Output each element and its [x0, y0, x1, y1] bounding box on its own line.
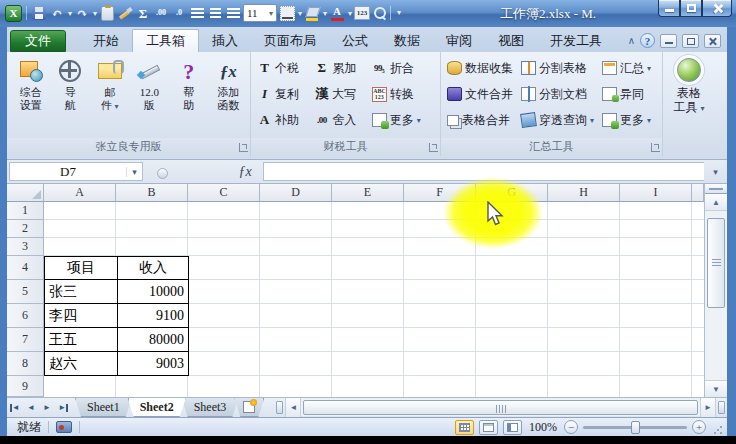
cell-a8[interactable]: 赵六 — [44, 352, 117, 376]
grid-cells-area[interactable] — [44, 202, 704, 256]
row-header-4[interactable]: 4 — [7, 256, 44, 280]
zoom-slider[interactable] — [583, 426, 687, 429]
column-header-a[interactable]: A — [44, 184, 116, 202]
column-header-d[interactable]: D — [260, 184, 332, 202]
drill-query-button[interactable]: 穿透查询▾ — [521, 112, 602, 129]
name-box[interactable]: D7 ▾ — [9, 162, 143, 181]
paste-values-button[interactable] — [99, 4, 115, 22]
column-header-b[interactable]: B — [116, 184, 188, 202]
row-header-7[interactable]: 7 — [7, 328, 44, 352]
sheet-tab-sheet3[interactable]: Sheet3 — [182, 398, 239, 417]
save-button[interactable] — [31, 4, 47, 22]
customize-qat-button[interactable]: ▾ — [390, 6, 406, 20]
cell-b4[interactable]: 收入 — [117, 256, 189, 280]
cell-a4[interactable]: 项目 — [44, 256, 117, 280]
scroll-right-button[interactable]: ► — [700, 398, 716, 417]
row-header-2[interactable]: 2 — [7, 220, 44, 238]
merge-tables-button[interactable]: 表格合并 — [447, 112, 521, 129]
split-document-button[interactable]: 分割文档 — [521, 86, 602, 103]
mail-button[interactable]: 邮 件 ▾ — [90, 56, 130, 113]
diff-button[interactable]: 异同 — [602, 86, 659, 103]
zoom-in-button[interactable]: + — [692, 420, 706, 434]
accumulate-button[interactable]: Σ累加 — [314, 60, 371, 77]
workbook-restore-button[interactable] — [682, 34, 699, 48]
worksheet-grid[interactable]: A B C D E F G H I 1 2 3 4 5 6 7 8 9 项目 — [7, 184, 704, 397]
align-center-button[interactable] — [207, 4, 223, 22]
data-collect-button[interactable]: 数据收集 — [447, 60, 521, 77]
income-tax-button[interactable]: T个税 — [257, 60, 314, 77]
round-button[interactable]: .00舍入 — [314, 112, 371, 129]
insert-worksheet-button[interactable] — [234, 398, 264, 417]
cell-b7[interactable]: 80000 — [117, 328, 189, 352]
font-size-dropdown-icon[interactable]: ▾ — [269, 9, 273, 18]
fill-color-button[interactable] — [304, 4, 320, 22]
tab-page-layout[interactable]: 页面布局 — [251, 29, 329, 52]
cell-a5[interactable]: 张三 — [44, 280, 117, 304]
column-header-i[interactable]: I — [620, 184, 692, 202]
horizontal-scroll-thumb[interactable] — [303, 400, 698, 415]
uppercase-button[interactable]: 漢大写 — [314, 85, 371, 103]
name-box-dropdown[interactable]: ▾ — [126, 167, 142, 177]
decrease-decimal-button[interactable]: .0 — [171, 4, 187, 22]
row-header-6[interactable]: 6 — [7, 304, 44, 328]
autosum-button[interactable]: Σ — [135, 4, 151, 22]
horizontal-scrollbar[interactable] — [301, 399, 700, 416]
version-button[interactable]: 12.0 版 — [130, 56, 170, 113]
previous-sheet-button[interactable]: ◄ — [23, 398, 39, 417]
tab-view[interactable]: 视图 — [485, 29, 537, 52]
scroll-left-button[interactable]: ◄ — [285, 398, 301, 417]
first-sheet-button[interactable]: ◄ — [7, 398, 23, 417]
borders-dropdown[interactable]: ▾ — [298, 9, 302, 18]
tab-review[interactable]: 审阅 — [433, 29, 485, 52]
column-header-partial[interactable] — [692, 184, 704, 202]
tab-insert[interactable]: 插入 — [199, 29, 251, 52]
vertical-scroll-thumb[interactable] — [707, 218, 725, 308]
undo-dropdown[interactable]: ▾ — [68, 9, 72, 18]
row-header-9[interactable]: 9 — [7, 376, 44, 397]
undo-button[interactable]: ↶ — [49, 4, 65, 22]
font-color-dropdown[interactable]: ▾ — [348, 9, 352, 18]
align-left-button[interactable] — [189, 4, 205, 22]
fill-color-dropdown[interactable]: ▾ — [323, 9, 327, 18]
row-header-3[interactable]: 3 — [7, 238, 44, 256]
subsidy-button[interactable]: A补助 — [257, 112, 314, 129]
zoom-out-button[interactable]: − — [564, 420, 578, 434]
row-header-8[interactable]: 8 — [7, 352, 44, 376]
column-header-e[interactable]: E — [332, 184, 404, 202]
column-header-h[interactable]: H — [548, 184, 620, 202]
minimize-button[interactable] — [658, 0, 680, 17]
increase-decimal-button[interactable]: .00 — [153, 4, 169, 22]
scroll-down-button[interactable]: ▼ — [705, 380, 727, 397]
normal-view-button[interactable] — [455, 420, 474, 435]
summarize-button[interactable]: 汇总▾ — [602, 60, 659, 77]
page-layout-view-button[interactable] — [479, 420, 498, 435]
convert-rate-button[interactable]: 99₅折合 — [372, 60, 436, 77]
column-header-c[interactable]: C — [188, 184, 260, 202]
more-summary-button[interactable]: 更多▾ — [602, 112, 659, 129]
dialog-launcher[interactable] — [651, 143, 660, 152]
redo-dropdown[interactable]: ▾ — [93, 9, 97, 18]
row-header-1[interactable]: 1 — [7, 202, 44, 220]
sheet-tab-sheet1[interactable]: Sheet1 — [75, 398, 132, 417]
cell-b5[interactable]: 10000 — [117, 280, 189, 304]
cell-a6[interactable]: 李四 — [44, 304, 117, 328]
split-handle[interactable] — [705, 184, 727, 194]
dialog-launcher[interactable] — [429, 143, 438, 152]
resize-grip[interactable] — [711, 423, 723, 435]
navigation-button[interactable]: 导 航 — [51, 56, 91, 113]
last-sheet-button[interactable]: ► — [55, 398, 71, 417]
font-size-combobox[interactable]: 11 ▾ — [243, 4, 277, 22]
number-format-button[interactable]: 123 — [354, 4, 370, 22]
zoom-slider-thumb[interactable] — [631, 421, 640, 434]
tab-split-handle[interactable] — [276, 401, 283, 414]
help-toolbox-button[interactable]: ? 帮 助 — [169, 56, 209, 113]
tab-home[interactable]: 开始 — [80, 29, 132, 52]
collapse-ribbon-button[interactable]: ∧ — [628, 35, 635, 46]
convert-button[interactable]: ABC123转换 — [372, 86, 436, 103]
tab-file[interactable]: 文件 — [10, 30, 66, 52]
merge-files-button[interactable]: 文件合并 — [447, 86, 521, 103]
compound-interest-button[interactable]: I复利 — [257, 86, 314, 103]
next-sheet-button[interactable]: ► — [39, 398, 55, 417]
print-preview-button[interactable] — [372, 4, 388, 22]
excel-app-icon[interactable]: X — [5, 5, 22, 22]
